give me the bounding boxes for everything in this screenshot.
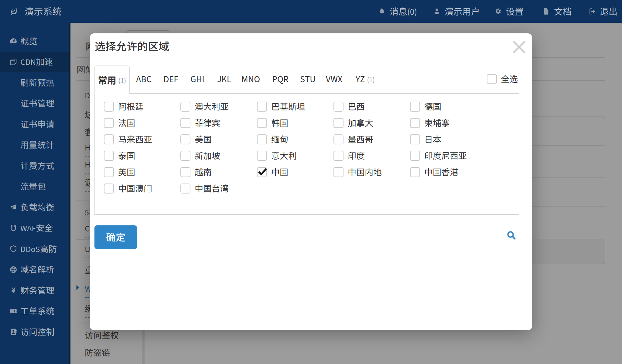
region-option[interactable]: 中国 — [257, 164, 333, 180]
region-option[interactable]: 法国 — [104, 115, 180, 131]
region-option[interactable]: 巴基斯坦 — [257, 98, 333, 115]
region-option[interactable]: 巴西 — [333, 98, 410, 115]
region-option[interactable]: 美国 — [180, 131, 257, 147]
region-label: 澳大利亚 — [195, 100, 229, 113]
topbar-menu-item[interactable]: 设置 — [494, 0, 524, 23]
sidebar-item[interactable]: DDoS高防 — [0, 238, 69, 259]
region-checkbox[interactable] — [257, 118, 267, 128]
region-option[interactable]: 菲律宾 — [180, 115, 257, 131]
region-checkbox[interactable] — [333, 167, 343, 177]
region-label: 日本 — [424, 133, 441, 146]
sidebar-item[interactable]: 访问控制 — [0, 322, 69, 342]
region-option[interactable]: 日本 — [410, 131, 487, 147]
region-checkbox[interactable] — [333, 134, 343, 144]
sidebar-item[interactable]: 证书申请 — [0, 114, 69, 135]
region-checkbox[interactable] — [410, 167, 420, 177]
region-option[interactable]: 意大利 — [257, 147, 333, 164]
region-checkbox[interactable] — [180, 151, 190, 161]
sidebar-item-label: 财务管理 — [20, 284, 54, 297]
region-option[interactable]: 泰国 — [104, 147, 180, 164]
region-checkbox[interactable] — [257, 167, 267, 177]
region-checkbox[interactable] — [104, 134, 114, 144]
sidebar-item[interactable]: 负载均衡 — [0, 197, 69, 218]
region-checkbox[interactable] — [257, 102, 267, 112]
modal-tab[interactable]: JKL — [217, 66, 231, 93]
select-all[interactable]: 全选 — [487, 72, 518, 86]
region-checkbox[interactable] — [333, 151, 343, 161]
region-option[interactable]: 中国香港 — [410, 164, 487, 180]
modal-tab[interactable]: ABC — [136, 66, 152, 93]
region-checkbox[interactable] — [410, 118, 420, 128]
region-option[interactable]: 中国台湾 — [180, 180, 257, 197]
modal-tab[interactable]: VWX — [326, 66, 342, 93]
sidebar-item[interactable]: CDN加速 — [0, 52, 69, 72]
topbar-menu-item[interactable]: 退出 — [588, 0, 617, 23]
region-checkbox[interactable] — [180, 118, 190, 128]
region-checkbox[interactable] — [104, 167, 114, 177]
region-option[interactable]: 缅甸 — [257, 131, 333, 147]
modal-tab[interactable]: STU — [300, 66, 316, 93]
region-option[interactable]: 马来西亚 — [104, 131, 180, 147]
select-all-checkbox[interactable] — [487, 74, 497, 84]
region-option[interactable]: 韩国 — [257, 115, 333, 131]
region-option[interactable]: 德国 — [410, 98, 487, 115]
close-icon[interactable] — [513, 41, 525, 53]
region-checkbox[interactable] — [410, 134, 420, 144]
region-checkbox[interactable] — [104, 151, 114, 161]
region-option[interactable]: 中国澳门 — [104, 180, 180, 197]
region-option[interactable]: 印度尼西亚 — [410, 147, 487, 164]
region-label: 美国 — [195, 133, 212, 146]
region-option[interactable]: 新加坡 — [180, 147, 257, 164]
sidebar-item[interactable]: 工单系统 — [0, 301, 69, 322]
topbar-menu-item[interactable]: 消息(0) — [378, 0, 417, 23]
sidebar-item-label: 证书申请 — [20, 118, 54, 131]
sidebar-item[interactable]: 流量包 — [0, 176, 69, 197]
search-icon[interactable] — [506, 230, 517, 241]
region-checkbox[interactable] — [180, 184, 190, 194]
region-list: 阿根廷 澳大利亚 巴基斯坦 巴西 德国 — [94, 93, 519, 215]
sidebar-item[interactable]: WAF安全 — [0, 218, 69, 239]
modal-tab[interactable]: DEF — [163, 66, 178, 93]
region-checkbox[interactable] — [410, 151, 420, 161]
sidebar-item[interactable]: 概览 — [0, 31, 69, 52]
region-checkbox[interactable] — [180, 102, 190, 112]
modal-tab[interactable]: PQR — [272, 66, 289, 93]
modal-tab[interactable]: MNO — [241, 66, 260, 93]
region-option[interactable]: 澳大利亚 — [180, 98, 257, 115]
sidebar-item-label: DDoS高防 — [20, 242, 57, 255]
region-checkbox[interactable] — [257, 134, 267, 144]
sidebar-item[interactable]: 域名解析 — [0, 259, 69, 280]
region-option[interactable]: 中国内地 — [333, 164, 410, 180]
sidebar-item-label: 计费方式 — [20, 159, 54, 172]
sidebar-item[interactable]: 计费方式 — [0, 155, 69, 176]
modal-tab[interactable]: YZ (1) — [356, 66, 375, 93]
topbar-menu-item[interactable]: 文档 — [542, 0, 572, 23]
confirm-button[interactable]: 确定 — [94, 225, 137, 249]
region-checkbox[interactable] — [104, 184, 114, 194]
sidebar-item-label: 域名解析 — [20, 263, 54, 276]
region-option[interactable]: 英国 — [104, 164, 180, 180]
sidebar-item[interactable]: 证书管理 — [0, 93, 69, 114]
region-checkbox[interactable] — [104, 102, 114, 112]
region-checkbox[interactable] — [180, 134, 190, 144]
sidebar-item[interactable]: 财务管理 — [0, 280, 69, 301]
region-checkbox[interactable] — [333, 118, 343, 128]
region-checkbox[interactable] — [180, 167, 190, 177]
sidebar-item[interactable]: 用量统计 — [0, 135, 69, 156]
region-checkbox[interactable] — [104, 118, 114, 128]
topbar-menu-item[interactable]: 演示用户 — [433, 0, 480, 23]
region-option[interactable]: 加拿大 — [333, 115, 410, 131]
region-checkbox[interactable] — [410, 102, 420, 112]
region-option[interactable]: 印度 — [333, 147, 410, 164]
region-option[interactable]: 柬埔寨 — [410, 115, 487, 131]
topbar-menu-label: 文档 — [554, 5, 572, 19]
region-checkbox[interactable] — [333, 102, 343, 112]
modal-tab[interactable]: GHI — [190, 66, 204, 93]
region-option[interactable]: 阿根廷 — [104, 98, 180, 115]
sidebar-item[interactable]: 刷新预热 — [0, 72, 69, 93]
region-checkbox[interactable] — [257, 151, 267, 161]
region-option[interactable]: 墨西哥 — [333, 131, 410, 147]
region-option[interactable]: 越南 — [180, 164, 257, 180]
region-label: 缅甸 — [271, 133, 288, 146]
modal-tab[interactable]: 常用 (1) — [94, 66, 130, 94]
